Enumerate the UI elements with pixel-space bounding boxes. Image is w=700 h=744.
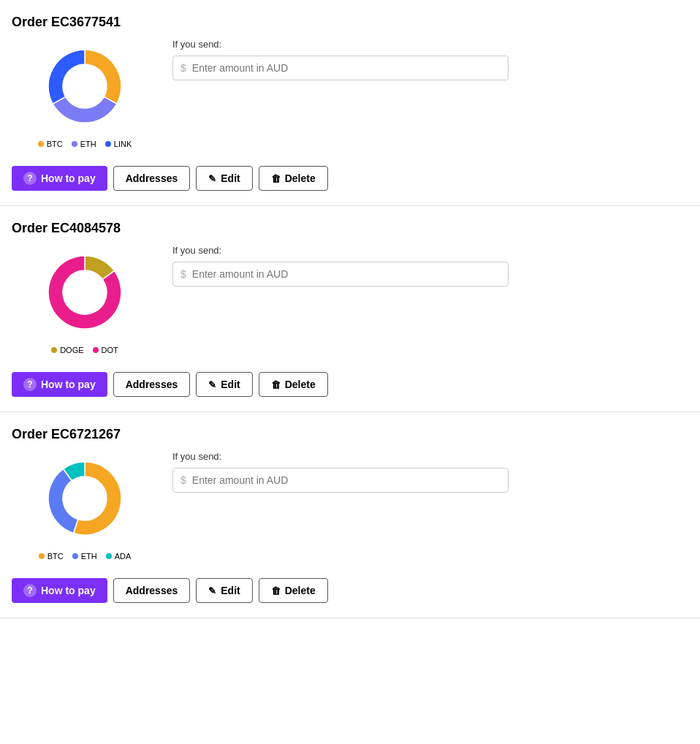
- delete-label: Delete: [285, 172, 316, 184]
- legend-dot-doge: [51, 347, 57, 353]
- legend-item-link: LINK: [105, 140, 132, 148]
- delete-button-1[interactable]: 🗑Delete: [259, 166, 328, 191]
- order-title-3: Order EC6721267: [12, 427, 688, 442]
- send-amount-input-1[interactable]: [192, 62, 501, 74]
- chart-legend-2: DOGEDOT: [51, 346, 118, 354]
- chart-section-2: DOGEDOT: [12, 245, 158, 354]
- legend-dot-ada: [106, 553, 112, 559]
- edit-button-3[interactable]: ✎Edit: [196, 578, 252, 603]
- trash-icon: 🗑: [271, 585, 281, 596]
- send-amount-input-2[interactable]: [192, 268, 501, 280]
- how-to-pay-button-1[interactable]: ?How to pay: [12, 166, 107, 191]
- legend-item-eth: ETH: [72, 552, 97, 561]
- addresses-button-3[interactable]: Addresses: [113, 578, 191, 603]
- legend-item-eth: ETH: [72, 140, 96, 148]
- order-body-2: DOGEDOTIf you send:$: [12, 245, 688, 354]
- legend-dot-link: [105, 141, 111, 147]
- send-section-3: If you send:$: [172, 451, 688, 493]
- action-bar-3: ?How to payAddresses✎Edit🗑Delete: [12, 578, 688, 603]
- addresses-label: Addresses: [126, 172, 178, 184]
- legend-dot-dot: [93, 347, 99, 353]
- pencil-icon: ✎: [208, 379, 216, 390]
- edit-label: Edit: [221, 379, 240, 390]
- legend-label-doge: DOGE: [60, 346, 83, 354]
- order-body-1: BTCETHLINKIf you send:$: [12, 39, 688, 148]
- question-icon: ?: [23, 584, 37, 597]
- legend-item-ada: ADA: [106, 552, 132, 561]
- send-input-wrapper-1: $: [172, 56, 509, 80]
- delete-button-2[interactable]: 🗑Delete: [259, 372, 328, 397]
- delete-button-3[interactable]: 🗑Delete: [259, 578, 328, 603]
- legend-dot-eth: [72, 553, 78, 559]
- legend-item-doge: DOGE: [51, 346, 83, 354]
- delete-label: Delete: [285, 585, 316, 596]
- send-input-wrapper-2: $: [172, 262, 509, 286]
- edit-button-2[interactable]: ✎Edit: [196, 372, 252, 397]
- how-to-pay-label: How to pay: [41, 585, 96, 596]
- send-amount-input-3[interactable]: [192, 474, 501, 486]
- send-input-wrapper-3: $: [172, 468, 509, 493]
- legend-item-dot: DOT: [93, 346, 118, 354]
- dollar-icon: $: [180, 268, 186, 280]
- send-label-1: If you send:: [172, 39, 688, 50]
- legend-dot-eth: [72, 141, 77, 147]
- edit-button-1[interactable]: ✎Edit: [196, 166, 252, 191]
- edit-label: Edit: [221, 172, 240, 184]
- legend-label-btc: BTC: [47, 552, 64, 561]
- donut-chart-3: [37, 451, 132, 546]
- how-to-pay-label: How to pay: [41, 379, 96, 390]
- chart-section-1: BTCETHLINK: [12, 39, 158, 148]
- legend-label-link: LINK: [114, 140, 132, 148]
- order-body-3: BTCETHADAIf you send:$: [12, 451, 688, 561]
- send-label-2: If you send:: [172, 245, 688, 256]
- legend-label-eth: ETH: [80, 140, 96, 148]
- legend-label-ada: ADA: [115, 552, 132, 561]
- send-label-3: If you send:: [172, 451, 688, 462]
- legend-item-btc: BTC: [38, 140, 63, 148]
- addresses-label: Addresses: [126, 379, 178, 390]
- trash-icon: 🗑: [271, 379, 281, 390]
- send-section-1: If you send:$: [172, 39, 688, 80]
- how-to-pay-button-3[interactable]: ?How to pay: [12, 578, 107, 603]
- legend-dot-btc: [38, 141, 44, 147]
- pencil-icon: ✎: [208, 173, 216, 184]
- how-to-pay-label: How to pay: [41, 172, 96, 184]
- chart-legend-3: BTCETHADA: [39, 552, 132, 561]
- addresses-button-1[interactable]: Addresses: [113, 166, 191, 191]
- how-to-pay-button-2[interactable]: ?How to pay: [12, 372, 107, 397]
- action-bar-2: ?How to payAddresses✎Edit🗑Delete: [12, 372, 688, 397]
- legend-label-dot: DOT: [102, 346, 118, 354]
- addresses-button-2[interactable]: Addresses: [113, 372, 191, 397]
- legend-dot-btc: [39, 553, 45, 559]
- addresses-label: Addresses: [126, 585, 178, 596]
- legend-label-eth: ETH: [81, 552, 97, 561]
- trash-icon: 🗑: [271, 173, 281, 184]
- dollar-icon: $: [180, 62, 186, 74]
- order-title-2: Order EC4084578: [12, 221, 688, 236]
- order-title-1: Order EC3677541: [12, 15, 688, 30]
- question-icon: ?: [23, 378, 37, 391]
- legend-item-btc: BTC: [39, 552, 64, 561]
- legend-label-btc: BTC: [47, 140, 63, 148]
- order-card-1: Order EC3677541BTCETHLINKIf you send:$?H…: [0, 0, 700, 206]
- send-section-2: If you send:$: [172, 245, 688, 286]
- question-icon: ?: [23, 172, 37, 185]
- chart-section-3: BTCETHADA: [12, 451, 158, 561]
- order-card-3: Order EC6721267BTCETHADAIf you send:$?Ho…: [0, 412, 700, 618]
- dollar-icon: $: [180, 474, 186, 486]
- delete-label: Delete: [285, 379, 316, 390]
- chart-legend-1: BTCETHLINK: [38, 140, 132, 148]
- donut-chart-1: [37, 39, 132, 134]
- action-bar-1: ?How to payAddresses✎Edit🗑Delete: [12, 166, 688, 191]
- pencil-icon: ✎: [208, 585, 216, 596]
- order-card-2: Order EC4084578DOGEDOTIf you send:$?How …: [0, 206, 700, 412]
- donut-chart-2: [37, 245, 132, 340]
- edit-label: Edit: [221, 585, 240, 596]
